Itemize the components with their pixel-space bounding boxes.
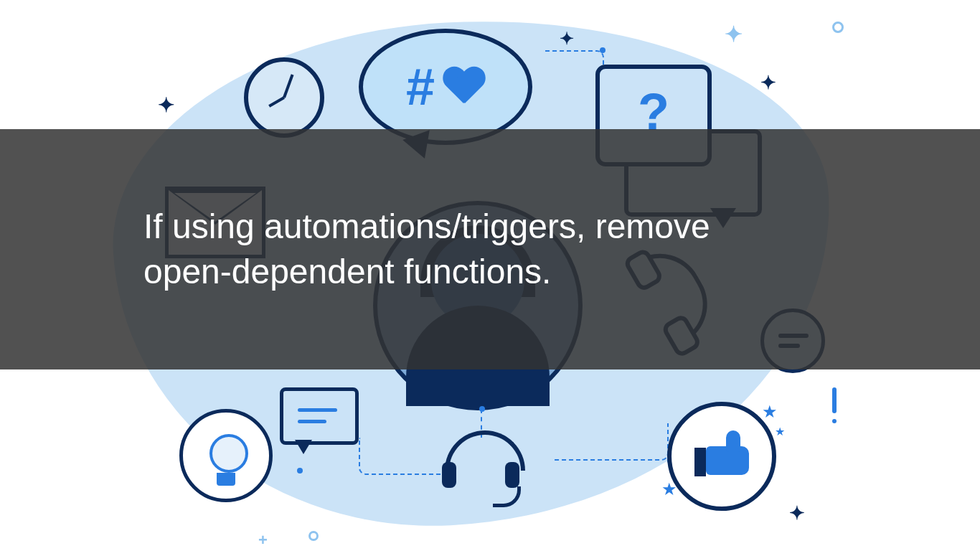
plus-decoration-icon: ✦ — [760, 72, 776, 94]
node-dot-icon — [297, 468, 303, 474]
chat-line — [298, 408, 337, 412]
hash-heart-speech-bubble-icon: # — [359, 29, 532, 145]
bulb-base — [217, 473, 235, 486]
hash-symbol: # — [406, 61, 435, 113]
plus-decoration-icon: ✦ — [725, 22, 743, 47]
chat-line — [298, 420, 326, 423]
clock-icon — [244, 57, 324, 138]
dot-decoration-icon — [308, 531, 319, 541]
star-icon: ★ — [775, 425, 785, 438]
dot-decoration-icon — [832, 22, 844, 33]
chat-bubble-icon — [280, 387, 359, 445]
plus-decoration-icon: ✦ — [789, 502, 805, 524]
star-icon: ★ — [661, 479, 677, 499]
overlay-message-text: If using automations/triggers, remove op… — [143, 204, 732, 294]
plus-decoration-icon: + — [258, 531, 268, 550]
lightbulb-icon — [179, 409, 273, 502]
headset-icon — [445, 430, 517, 502]
star-icon: ★ — [762, 402, 778, 422]
thumbs-up-icon: ★ ★ ★ — [667, 402, 776, 511]
node-dot-icon — [479, 406, 485, 412]
plus-decoration-icon: ✦ — [158, 93, 174, 117]
connector-line — [552, 423, 669, 461]
node-dot-icon — [600, 47, 606, 53]
message-overlay: If using automations/triggers, remove op… — [0, 129, 980, 369]
plus-decoration-icon: ✦ — [560, 29, 574, 49]
heart-icon — [442, 67, 485, 106]
illustration-canvas: # ? ★ ★ ★ ✦ — [0, 0, 980, 551]
bulb-glass — [209, 434, 248, 473]
connector-line — [359, 438, 446, 475]
exclamation-decoration-icon — [832, 387, 837, 423]
